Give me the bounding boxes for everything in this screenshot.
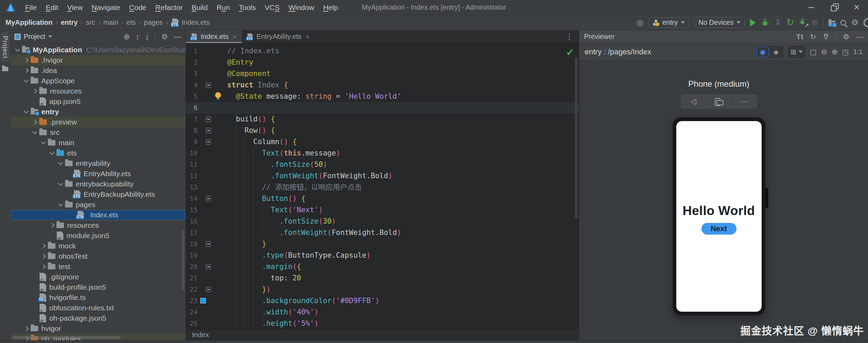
project-view-title[interactable]: Project bbox=[24, 33, 45, 41]
breadcrumb-item-main[interactable]: main bbox=[103, 19, 118, 26]
menu-build[interactable]: Build bbox=[187, 0, 212, 15]
fold-marker-icon[interactable] bbox=[206, 241, 211, 247]
tree-item-index.ets[interactable]: ETSIndex.ets bbox=[10, 210, 186, 220]
orientation-icon[interactable]: ◳ bbox=[842, 48, 849, 55]
tree-item-entryability.ets[interactable]: ETSEntryAbility.ets bbox=[10, 169, 186, 179]
chevron-down-icon[interactable] bbox=[24, 78, 29, 83]
chevron-right-icon[interactable] bbox=[41, 244, 46, 248]
folder-icon[interactable] bbox=[2, 67, 8, 71]
frame-icon[interactable]: ▢ bbox=[810, 48, 817, 55]
zoom-ratio-label[interactable]: 1:1 bbox=[854, 48, 862, 56]
code-line-7[interactable]: 7 build() { bbox=[186, 114, 579, 125]
editor-scrollbar[interactable] bbox=[575, 57, 578, 219]
menu-file[interactable]: File bbox=[21, 0, 41, 15]
search-icon[interactable] bbox=[840, 20, 846, 25]
tree-vertical-scrollbar[interactable] bbox=[182, 230, 184, 290]
font-scale-icon[interactable]: Tt bbox=[796, 33, 804, 40]
breadcrumb-item-entry[interactable]: entry bbox=[61, 19, 78, 26]
code-line-5[interactable]: 5 @State message: string = 'Hello World' bbox=[186, 91, 579, 102]
tree-item-test[interactable]: test bbox=[10, 261, 186, 272]
tree-item-app.json5[interactable]: ⚙app.json5 bbox=[10, 96, 186, 107]
menu-code[interactable]: Code bbox=[125, 0, 151, 15]
tree-item-.preview[interactable]: .preview bbox=[10, 117, 186, 127]
menu-view[interactable]: View bbox=[63, 0, 87, 15]
intention-bulb-icon[interactable] bbox=[215, 92, 221, 98]
tree-item-mock[interactable]: mock bbox=[10, 241, 186, 251]
chevron-right-icon[interactable] bbox=[41, 254, 46, 259]
tree-item-module.json5[interactable]: ⚙module.json5 bbox=[10, 231, 186, 241]
chevron-down-icon[interactable] bbox=[58, 202, 63, 206]
chevron-down-icon[interactable] bbox=[15, 47, 20, 52]
rerun-button[interactable]: ↻ bbox=[786, 18, 794, 27]
layers-button[interactable]: ◈ bbox=[770, 47, 782, 57]
chevron-right-icon[interactable] bbox=[50, 223, 54, 228]
project-structure-icon[interactable] bbox=[828, 21, 835, 26]
rotate-device-button[interactable] bbox=[706, 94, 732, 109]
locate-file-icon[interactable]: ⊕ bbox=[124, 33, 130, 41]
code-line-2[interactable]: 2@Entry bbox=[186, 57, 579, 68]
chevron-right-icon[interactable] bbox=[24, 68, 29, 73]
tree-horizontal-scrollbar[interactable] bbox=[12, 336, 121, 339]
chevron-down-icon[interactable] bbox=[24, 109, 29, 114]
code-line-1[interactable]: 1// Index.ets bbox=[186, 45, 579, 57]
breadcrumb-item-index.ets[interactable]: Index.ets bbox=[182, 19, 210, 26]
expand-all-icon[interactable]: ↕ bbox=[136, 33, 139, 41]
chevron-right-icon[interactable] bbox=[41, 264, 46, 269]
panel-settings-icon[interactable]: ⚙ bbox=[161, 33, 168, 41]
tree-item-appscope[interactable]: AppScope bbox=[10, 76, 186, 86]
tab-options-icon[interactable]: ⋮ bbox=[565, 30, 579, 43]
tree-item-entry[interactable]: entry bbox=[10, 107, 186, 117]
editor-tab-entryability.ets[interactable]: ETSEntryAbility.ets× bbox=[242, 30, 315, 43]
tree-item-pages[interactable]: pages bbox=[10, 200, 186, 210]
chevron-down-icon[interactable] bbox=[50, 150, 54, 155]
tree-item-src[interactable]: src bbox=[10, 127, 186, 138]
chevron-down-icon[interactable] bbox=[41, 140, 46, 144]
inspection-ok-icon[interactable]: ✓ bbox=[566, 47, 574, 58]
editor-breadcrumb-item[interactable]: Index bbox=[192, 331, 209, 339]
tree-item-resources[interactable]: resources bbox=[10, 86, 186, 96]
tree-item-oh-package.json5[interactable]: ⚙oh-package.json5 bbox=[10, 313, 186, 323]
debug-attach-button[interactable]: ↗ bbox=[799, 18, 807, 27]
menu-refactor[interactable]: Refactor bbox=[151, 0, 187, 15]
tree-item-ets[interactable]: ets bbox=[10, 148, 186, 158]
maximize-button[interactable] bbox=[823, 0, 845, 15]
stripe-tab-project[interactable]: Project bbox=[1, 32, 10, 62]
tree-item-.gitignore[interactable]: ⊘.gitignore bbox=[10, 272, 186, 282]
locate-run-target-icon[interactable]: ◎ bbox=[637, 19, 644, 26]
device-select[interactable]: No Devices bbox=[694, 17, 745, 28]
plug-icon[interactable] bbox=[823, 33, 829, 41]
code-line-4[interactable]: 4struct Index { bbox=[186, 79, 579, 91]
breadcrumb-item-myapplication[interactable]: MyApplication bbox=[6, 19, 53, 26]
close-tab-icon[interactable]: × bbox=[306, 33, 309, 41]
code-line-3[interactable]: 3@Component bbox=[186, 68, 579, 79]
code-line-6[interactable]: 6 bbox=[186, 102, 579, 114]
menu-window[interactable]: Window bbox=[284, 0, 319, 15]
breadcrumb-item-pages[interactable]: pages bbox=[144, 19, 163, 26]
close-button[interactable]: × bbox=[845, 0, 868, 15]
chevron-down-icon[interactable] bbox=[58, 160, 63, 165]
tree-item-main[interactable]: main bbox=[10, 138, 186, 148]
chevron-down-icon[interactable] bbox=[32, 129, 37, 134]
breadcrumb-item-src[interactable]: src bbox=[86, 19, 95, 26]
tree-item-.idea[interactable]: .idea bbox=[10, 65, 186, 76]
zoom-in-icon[interactable]: ⊕ bbox=[832, 48, 838, 55]
component-grid-select[interactable]: ⊞ bbox=[788, 46, 805, 58]
fold-marker-icon[interactable] bbox=[206, 139, 211, 145]
fold-marker-icon[interactable] bbox=[206, 196, 211, 202]
refresh-icon[interactable]: ↻ bbox=[810, 33, 816, 40]
tree-item-entrybackupability[interactable]: entrybackupability bbox=[10, 179, 186, 189]
tree-item-ohostest[interactable]: ohosTest bbox=[10, 251, 186, 261]
tree-item-myapplication[interactable]: MyApplicationC:\Users\lazysnail\DevEcoSt… bbox=[10, 45, 186, 55]
chevron-right-icon[interactable] bbox=[32, 120, 37, 125]
fold-marker-icon[interactable] bbox=[206, 82, 211, 88]
chevron-down-icon[interactable] bbox=[48, 35, 52, 38]
minimize-button[interactable] bbox=[800, 0, 823, 15]
breadcrumb-item-ets[interactable]: ets bbox=[127, 19, 136, 26]
tree-item-hvigor[interactable]: hvigor bbox=[10, 323, 186, 334]
run-config-select[interactable]: entry bbox=[649, 17, 689, 28]
code-line-8[interactable]: 8 Row() { bbox=[186, 125, 579, 136]
fold-marker-icon[interactable] bbox=[206, 128, 211, 133]
editor-surface[interactable]: 1// Index.ets2@Entry3@Component4struct I… bbox=[186, 43, 579, 329]
stop-button[interactable] bbox=[812, 20, 818, 25]
inspect-mode-button[interactable]: ◉ bbox=[756, 47, 769, 57]
